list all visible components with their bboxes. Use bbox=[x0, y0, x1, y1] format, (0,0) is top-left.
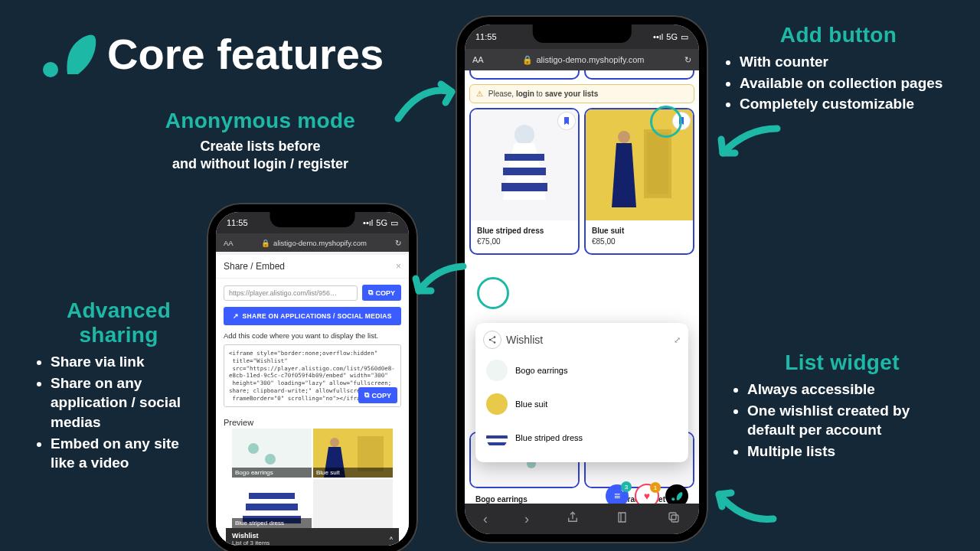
signal-icon: ••ıl bbox=[363, 218, 373, 227]
wishlist-item[interactable]: Bogo earrings bbox=[483, 354, 681, 387]
close-icon[interactable]: × bbox=[396, 261, 401, 272]
product-name: Bogo earrings bbox=[475, 495, 528, 504]
product-card[interactable]: Blue suit€85,00 bbox=[584, 108, 694, 255]
svg-rect-6 bbox=[647, 132, 668, 194]
wishlist-item[interactable]: Blue suit bbox=[483, 387, 681, 421]
text-size-icon[interactable]: AA bbox=[224, 239, 239, 247]
svg-point-17 bbox=[265, 454, 276, 465]
preview-caption: Blue striped dress bbox=[232, 518, 312, 528]
tb-forward-icon[interactable]: › bbox=[524, 511, 529, 527]
warn-text-prefix: Please, bbox=[488, 90, 516, 98]
preview-caption: Blue suit bbox=[313, 468, 393, 478]
url-bar[interactable]: AA 🔒alistigo-demo.myshopify.com ↻ bbox=[216, 233, 409, 252]
svg-rect-3 bbox=[503, 168, 546, 175]
preview-tile-empty bbox=[313, 479, 393, 528]
tb-share-icon[interactable] bbox=[566, 510, 580, 528]
anonymous-sub1: Create lists before bbox=[130, 138, 390, 155]
tb-tabs-icon[interactable] bbox=[667, 510, 681, 528]
copy-label: COPY bbox=[375, 289, 395, 297]
wishlist-title: Wishlist bbox=[506, 334, 543, 346]
page-title: Core features bbox=[107, 29, 384, 79]
battery-icon: ▭ bbox=[390, 218, 398, 228]
fab-add-list[interactable]: ≡+3 bbox=[606, 484, 629, 504]
signal-label: 5G bbox=[666, 32, 678, 41]
text-size-icon[interactable]: AA bbox=[472, 55, 488, 64]
bookmark-button[interactable] bbox=[673, 112, 690, 129]
svg-rect-15 bbox=[671, 515, 678, 522]
svg-point-0 bbox=[43, 62, 58, 77]
expand-icon[interactable]: ⤢ bbox=[674, 335, 681, 345]
add-button-item: Completely customizable bbox=[740, 94, 957, 114]
url-text: alistigo-demo.myshopify.com bbox=[273, 239, 367, 247]
tb-back-icon[interactable]: ‹ bbox=[483, 511, 488, 527]
status-time: 11:55 bbox=[475, 32, 497, 41]
fab-alistigo[interactable] bbox=[665, 484, 688, 504]
fab-row: ≡+3 ♥1 bbox=[606, 484, 688, 504]
sharing-heading: Advanced sharing bbox=[31, 298, 207, 347]
status-time: 11:55 bbox=[227, 218, 248, 227]
wishlist-popup[interactable]: Wishlist ⤢ Bogo earrings Blue suit Blue … bbox=[475, 323, 688, 462]
modal-header: Share / Embed × bbox=[216, 255, 409, 279]
copy-url-button[interactable]: ⧉COPY bbox=[362, 285, 401, 301]
lock-icon: 🔒 bbox=[261, 239, 270, 247]
fab-badge: 1 bbox=[650, 482, 661, 493]
fab-badge: 3 bbox=[621, 481, 632, 492]
signal-label: 5G bbox=[376, 218, 387, 227]
feature-advanced-sharing: Advanced sharing Share via link Share on… bbox=[31, 298, 207, 474]
add-button-item: With counter bbox=[740, 52, 957, 72]
preview-caption: Bogo earrings bbox=[232, 468, 312, 478]
svg-point-16 bbox=[248, 443, 259, 454]
lock-icon: 🔒 bbox=[522, 55, 533, 65]
share-social-label: SHARE ON APPLICATIONS / SOCIAL MEDIAS bbox=[243, 312, 392, 320]
reload-icon[interactable]: ↻ bbox=[389, 239, 401, 247]
svg-point-1 bbox=[514, 125, 534, 145]
svg-point-20 bbox=[330, 438, 339, 447]
tb-bookmarks-icon[interactable] bbox=[616, 510, 630, 528]
svg-point-7 bbox=[618, 131, 630, 143]
wishlist-item[interactable]: Blue striped dress bbox=[483, 421, 681, 455]
signal-icon: ••ıl bbox=[653, 32, 663, 41]
share-icon: ↗ bbox=[233, 312, 239, 320]
wishlist-item-label: Blue striped dress bbox=[515, 433, 583, 442]
phone-mock-share-modal: 11:55 ••ıl5G▭ AA 🔒alistigo-demo.myshopif… bbox=[207, 203, 418, 551]
svg-rect-2 bbox=[505, 154, 544, 161]
preview-grid: Bogo earrings Blue suit Blue striped dre… bbox=[232, 429, 393, 528]
product-card[interactable]: Blue striped dress€75,00 bbox=[469, 108, 580, 255]
warning-icon: ⚠ bbox=[476, 90, 483, 98]
svg-rect-19 bbox=[358, 436, 384, 471]
preview-tile: Bogo earrings bbox=[232, 429, 312, 478]
anonymous-heading: Anonymous mode bbox=[130, 109, 390, 133]
copy-icon: ⧉ bbox=[368, 289, 373, 297]
reload-icon[interactable]: ↻ bbox=[679, 55, 691, 65]
feature-list-widget: List widget Always accessible One wishli… bbox=[727, 350, 957, 463]
list-widget-item: Multiple lists bbox=[747, 442, 957, 461]
add-button-heading: Add button bbox=[720, 23, 957, 47]
embed-code-box[interactable]: <iframe style="border:none;overflow:hidd… bbox=[224, 344, 401, 407]
warn-login-link[interactable]: login bbox=[516, 90, 534, 98]
list-widget-item: One wishlist created by default per acco… bbox=[747, 401, 957, 440]
fab-heart[interactable]: ♥1 bbox=[635, 484, 659, 504]
feature-anonymous: Anonymous mode Create lists before and w… bbox=[130, 109, 390, 174]
copy-code-button[interactable]: ⧉COPY bbox=[358, 387, 397, 403]
preview-footer-sub: List of 3 items bbox=[232, 540, 270, 546]
share-url-input[interactable] bbox=[224, 285, 358, 301]
copy-label: COPY bbox=[371, 392, 391, 399]
bookmark-button[interactable] bbox=[558, 112, 575, 129]
preview-footer-title: Wishlist bbox=[232, 532, 270, 540]
login-warning-banner: ⚠ Please, login to save your lists bbox=[469, 84, 694, 103]
share-icon[interactable] bbox=[483, 331, 501, 349]
warn-text-mid: to bbox=[534, 90, 545, 98]
product-name: Blue striped dress bbox=[477, 227, 572, 235]
preview-footer[interactable]: WishlistList of 3 items ^ bbox=[226, 528, 399, 546]
feature-add-button: Add button With counter Available on col… bbox=[720, 23, 957, 116]
url-bar[interactable]: AA 🔒alistigo-demo.myshopify.com ↻ bbox=[465, 49, 699, 70]
url-text: alistigo-demo.myshopify.com bbox=[536, 55, 644, 64]
svg-point-13 bbox=[671, 497, 675, 500]
product-price: €85,00 bbox=[592, 237, 687, 246]
list-widget-item: Always accessible bbox=[747, 380, 957, 399]
sharing-item: Share on any application / social medias bbox=[51, 373, 207, 432]
preview-label: Preview bbox=[216, 413, 409, 429]
chevron-up-icon[interactable]: ^ bbox=[390, 536, 393, 543]
share-social-button[interactable]: ↗SHARE ON APPLICATIONS / SOCIAL MEDIAS bbox=[224, 307, 401, 325]
anonymous-sub2: and without login / register bbox=[130, 155, 390, 173]
